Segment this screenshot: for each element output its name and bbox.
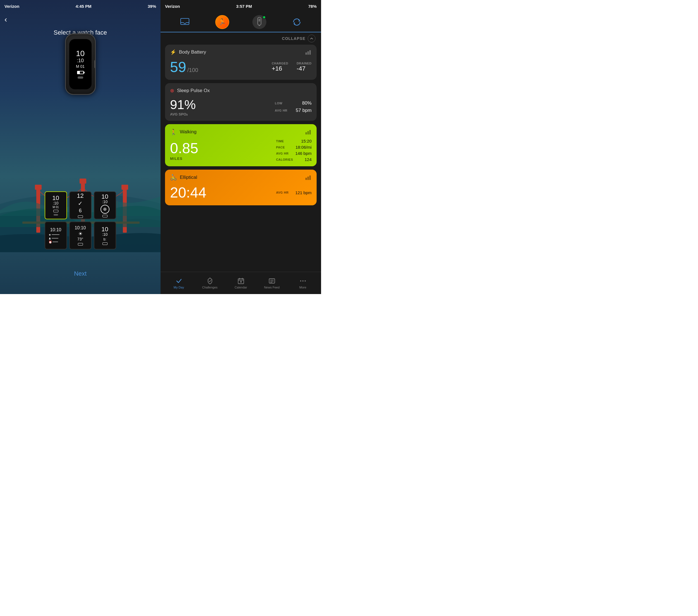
face5-sun: ☀ bbox=[78, 231, 83, 237]
spo-title: Sleep Pulse Ox bbox=[177, 88, 210, 94]
walking-title: Walking bbox=[180, 129, 197, 135]
svg-rect-23 bbox=[305, 53, 307, 55]
spo-stats: LOW 80% AVG HR 57 bpm bbox=[275, 100, 311, 113]
watch-battery-icon bbox=[77, 71, 84, 74]
bb-drained-stat: DRAINED -47 bbox=[296, 62, 311, 72]
svg-rect-9 bbox=[122, 185, 128, 190]
tab-news-feed[interactable]: News Feed bbox=[261, 277, 283, 289]
ellip-avghr-value: 121 bpm bbox=[295, 190, 311, 195]
spo-avghr-value: 57 bpm bbox=[296, 108, 311, 113]
elliptical-card: 🚴 Elliptical 20:44 AVG HR 121 bpm bbox=[165, 170, 317, 205]
watch-date: M 01 bbox=[76, 64, 85, 69]
face5-time: 10:10 bbox=[74, 226, 86, 230]
bb-value: 59 bbox=[170, 59, 186, 75]
more-icon bbox=[299, 277, 307, 285]
my-day-icon bbox=[175, 277, 183, 285]
face1-hour: 10 bbox=[52, 195, 59, 201]
body-battery-title-row: ⚡ Body Battery bbox=[170, 49, 206, 55]
face2-check: ✓ bbox=[78, 200, 83, 207]
walking-content: 0.85 MILES TIME 15:20 PACE 18:06/mi AVG … bbox=[170, 139, 311, 162]
face-option-1[interactable]: 10 :10 M 01 bbox=[45, 191, 67, 219]
walk-pace-value: 18:06/mi bbox=[295, 145, 311, 149]
tab-challenges[interactable]: Challenges bbox=[199, 277, 221, 289]
face-option-5[interactable]: 10:10 ☀ 73° bbox=[69, 221, 92, 249]
body-battery-header: ⚡ Body Battery bbox=[170, 49, 311, 55]
status-bar-right: Verizon 3:57 PM 78% bbox=[160, 0, 321, 12]
svg-point-42 bbox=[302, 281, 304, 282]
walking-icon: 🚶 bbox=[170, 129, 177, 135]
walk-cal-value: 124 bbox=[305, 157, 311, 162]
body-battery-chart-icon[interactable] bbox=[305, 50, 311, 55]
faces-row-1: 10 :10 M 01 12 ✓ 6 10 :10 ⊕ bbox=[45, 191, 116, 219]
watch-screen: 10 :10 M 01 bbox=[69, 39, 92, 89]
body-battery-card: ⚡ Body Battery 59 /100 CHARGED +16 bbox=[165, 45, 317, 80]
spo-avghr-row: AVG HR 57 bpm bbox=[275, 108, 311, 113]
collapse-chevron-button[interactable] bbox=[308, 34, 316, 42]
tab-calendar-label: Calendar bbox=[235, 286, 247, 289]
next-button[interactable]: Next bbox=[74, 270, 86, 277]
svg-rect-24 bbox=[307, 51, 309, 55]
face-option-4[interactable]: 10:10 ★ ♟ ⏰ bbox=[45, 221, 67, 249]
spo-low-row: LOW 80% bbox=[275, 100, 311, 106]
carrier-left: Verizon bbox=[4, 4, 19, 9]
walk-value: 0.85 bbox=[170, 140, 198, 157]
svg-rect-25 bbox=[309, 50, 311, 55]
walk-unit: MILES bbox=[170, 157, 198, 161]
bb-max: /100 bbox=[187, 67, 198, 73]
walk-avghr-label: AVG HR bbox=[276, 152, 289, 155]
spo-title-row: ⊗ Sleep Pulse Ox bbox=[170, 88, 210, 94]
face-option-6[interactable]: 10 :10 b: bbox=[94, 221, 116, 249]
collapse-label[interactable]: COLLAPSE bbox=[282, 36, 305, 41]
svg-rect-30 bbox=[307, 176, 309, 180]
watch-button bbox=[94, 60, 96, 68]
ellip-value: 20:44 bbox=[170, 184, 206, 201]
back-button[interactable]: ‹ bbox=[4, 15, 7, 24]
walk-pace-row: PACE 18:06/mi bbox=[276, 145, 311, 149]
body-battery-icon: ⚡ bbox=[170, 49, 176, 55]
face-option-2[interactable]: 12 ✓ 6 bbox=[69, 191, 92, 219]
tab-bar: My Day Challenges Calendar bbox=[160, 272, 321, 294]
content-scroll: ⚡ Body Battery 59 /100 CHARGED +16 bbox=[160, 45, 321, 272]
tab-my-day[interactable]: My Day bbox=[168, 277, 190, 289]
face3-gauge: ⊕ bbox=[100, 205, 109, 214]
face-option-3[interactable]: 10 :10 ⊕ bbox=[94, 191, 116, 219]
svg-rect-8 bbox=[80, 178, 86, 184]
svg-rect-29 bbox=[305, 178, 307, 180]
walk-time-row: TIME 15:20 bbox=[276, 139, 311, 143]
face1-minute: :10 bbox=[53, 201, 58, 205]
svg-rect-36 bbox=[240, 281, 242, 283]
left-panel: Verizon 4:45 PM 39% ‹ Select a watch fac… bbox=[0, 0, 160, 294]
tab-more[interactable]: More bbox=[292, 277, 314, 289]
bb-stats: CHARGED +16 DRAINED -47 bbox=[272, 62, 311, 72]
svg-rect-22 bbox=[259, 19, 260, 22]
walk-time-value: 15:20 bbox=[301, 139, 311, 143]
spo-low-value: 80% bbox=[302, 100, 311, 106]
svg-rect-27 bbox=[307, 131, 309, 134]
elliptical-chart-icon[interactable] bbox=[305, 175, 311, 180]
sleep-pulse-ox-card: ⊗ Sleep Pulse Ox 91% AVG SPO₂ LOW 80% AV… bbox=[165, 83, 317, 121]
battery-right: 78% bbox=[308, 4, 317, 9]
calendar-icon bbox=[237, 277, 245, 285]
ellip-avghr-label: AVG HR bbox=[276, 191, 289, 194]
face2-battery bbox=[78, 215, 83, 218]
walk-main: 0.85 MILES bbox=[170, 140, 198, 161]
nav-avatar[interactable]: 🏃 bbox=[215, 15, 229, 29]
watch-hour: 10 bbox=[76, 50, 85, 57]
walk-cal-row: CALORIES 124 bbox=[276, 157, 311, 162]
nav-sync-icon[interactable] bbox=[290, 15, 304, 29]
face5-temp: 73° bbox=[77, 237, 83, 241]
svg-rect-28 bbox=[309, 130, 311, 134]
body-battery-content: 59 /100 CHARGED +16 DRAINED -47 bbox=[170, 59, 311, 75]
svg-point-21 bbox=[259, 25, 260, 26]
elliptical-header: 🚴 Elliptical bbox=[170, 174, 311, 181]
device-online-dot bbox=[263, 16, 266, 19]
walking-chart-icon[interactable] bbox=[305, 129, 311, 134]
nav-inbox-icon[interactable] bbox=[178, 15, 192, 29]
walk-cal-label: CALORIES bbox=[276, 158, 293, 161]
tab-calendar[interactable]: Calendar bbox=[230, 277, 252, 289]
walk-time-label: TIME bbox=[276, 140, 284, 143]
walk-avghr-row: AVG HR 146 bpm bbox=[276, 151, 311, 156]
elliptical-icon: 🚴 bbox=[170, 174, 177, 181]
walk-pace-label: PACE bbox=[276, 146, 285, 149]
nav-device-icon[interactable] bbox=[252, 15, 266, 29]
